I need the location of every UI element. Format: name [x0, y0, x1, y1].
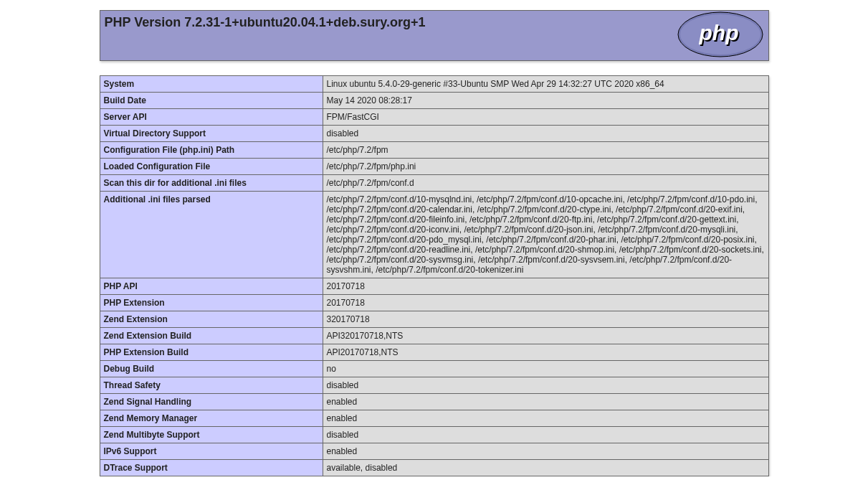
config-label: Loaded Configuration File [100, 159, 323, 175]
config-label: Debug Build [100, 361, 323, 377]
table-row: PHP Extension BuildAPI20170718,NTS [100, 344, 768, 361]
table-row: Additional .ini files parsed/etc/php/7.2… [100, 192, 768, 278]
table-row: Zend Memory Managerenabled [100, 410, 768, 427]
config-label: PHP Extension Build [100, 344, 323, 361]
table-row: Virtual Directory Supportdisabled [100, 126, 768, 142]
config-label: Zend Memory Manager [100, 410, 323, 427]
config-label: DTrace Support [100, 460, 323, 476]
page-title: PHP Version 7.2.31-1+ubuntu20.04.1+deb.s… [100, 11, 768, 34]
config-label: Zend Multibyte Support [100, 427, 323, 443]
config-value: FPM/FastCGI [323, 109, 768, 126]
config-value: /etc/php/7.2/fpm/php.ini [323, 159, 768, 175]
config-value: enabled [323, 410, 768, 427]
header-table: php php PHP Version 7.2.31-1+ubuntu20.04… [100, 10, 769, 61]
table-row: IPv6 Supportenabled [100, 443, 768, 460]
config-value: enabled [323, 443, 768, 460]
table-row: DTrace Supportavailable, disabled [100, 460, 768, 476]
config-value: 320170718 [323, 311, 768, 328]
table-row: SystemLinux ubuntu 5.4.0-29-generic #33-… [100, 76, 768, 93]
config-value: API320170718,NTS [323, 328, 768, 344]
table-row: Zend Extension BuildAPI320170718,NTS [100, 328, 768, 344]
svg-text:php: php [698, 21, 738, 44]
table-row: Zend Extension320170718 [100, 311, 768, 328]
php-logo: php php [677, 11, 768, 60]
config-label: Zend Signal Handling [100, 394, 323, 410]
config-value: disabled [323, 427, 768, 443]
table-row: Thread Safetydisabled [100, 377, 768, 394]
info-table: SystemLinux ubuntu 5.4.0-29-generic #33-… [100, 75, 769, 476]
config-label: Additional .ini files parsed [100, 192, 323, 278]
config-label: Zend Extension [100, 311, 323, 328]
config-value: /etc/php/7.2/fpm/conf.d/10-mysqlnd.ini, … [323, 192, 768, 278]
config-value: disabled [323, 126, 768, 142]
table-row: Zend Signal Handlingenabled [100, 394, 768, 410]
table-row: PHP API20170718 [100, 278, 768, 295]
config-label: Build Date [100, 93, 323, 109]
config-value: /etc/php/7.2/fpm/conf.d [323, 175, 768, 192]
config-label: Thread Safety [100, 377, 323, 394]
config-value: enabled [323, 394, 768, 410]
table-row: Configuration File (php.ini) Path/etc/ph… [100, 142, 768, 159]
table-row: Server APIFPM/FastCGI [100, 109, 768, 126]
config-label: System [100, 76, 323, 93]
config-value: no [323, 361, 768, 377]
config-value: 20170718 [323, 278, 768, 295]
table-row: Scan this dir for additional .ini files/… [100, 175, 768, 192]
table-row: Zend Multibyte Supportdisabled [100, 427, 768, 443]
config-label: Scan this dir for additional .ini files [100, 175, 323, 192]
table-row: Debug Buildno [100, 361, 768, 377]
config-label: Virtual Directory Support [100, 126, 323, 142]
config-value: /etc/php/7.2/fpm [323, 142, 768, 159]
config-value: API20170718,NTS [323, 344, 768, 361]
config-label: Server API [100, 109, 323, 126]
table-row: Loaded Configuration File/etc/php/7.2/fp… [100, 159, 768, 175]
config-label: PHP Extension [100, 295, 323, 311]
config-label: IPv6 Support [100, 443, 323, 460]
config-label: PHP API [100, 278, 323, 295]
config-value: disabled [323, 377, 768, 394]
config-value: Linux ubuntu 5.4.0-29-generic #33-Ubuntu… [323, 76, 768, 93]
config-value: May 14 2020 08:28:17 [323, 93, 768, 109]
config-label: Configuration File (php.ini) Path [100, 142, 323, 159]
config-value: 20170718 [323, 295, 768, 311]
table-row: PHP Extension20170718 [100, 295, 768, 311]
table-row: Build DateMay 14 2020 08:28:17 [100, 93, 768, 109]
config-label: Zend Extension Build [100, 328, 323, 344]
config-value: available, disabled [323, 460, 768, 476]
